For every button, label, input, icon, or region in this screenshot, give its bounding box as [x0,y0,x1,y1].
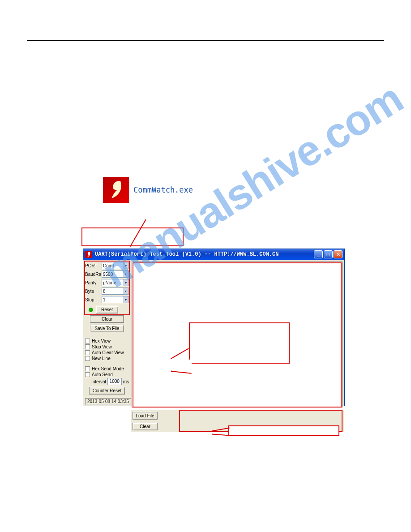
byte-value: 8 [103,289,106,294]
header-divider [27,40,384,41]
main-area: Load File Clear [131,260,344,397]
window-icon [85,251,92,258]
settings-sidebar: PORT Com1 ▾ BaudRa 9600 ▾ Parity pNone ▾ [83,260,131,397]
status-led-icon [89,308,93,312]
new-line-label: New Line [92,356,111,361]
callout-return-box [189,322,290,364]
window-title: UART(SerialPort) Test Tool (V1.0) -- HTT… [95,251,311,257]
dropdown-arrow-icon: ▾ [123,296,128,303]
app-icon-block: CommWatch.exe [103,177,193,203]
port-select[interactable]: Com1 ▾ [102,262,129,269]
close-button[interactable]: ✕ [334,250,342,258]
new-line-checkbox[interactable] [85,356,90,361]
interval-input[interactable]: 1000 [107,378,122,385]
window-titlebar[interactable]: UART(SerialPort) Test Tool (V1.0) -- HTT… [83,249,344,260]
save-to-file-button[interactable]: Save To File [90,325,124,332]
hex-send-checkbox[interactable] [85,366,90,371]
hex-view-checkbox[interactable] [85,339,90,343]
parity-value: pNone [103,280,116,285]
baud-value: 9600 [103,272,113,277]
load-file-button[interactable]: Load File [133,412,158,420]
dropdown-arrow-icon: ▾ [123,262,128,269]
callout-command-box [228,425,339,436]
interval-label: Interval [91,379,106,384]
auto-clear-label: Auto Clear View [92,350,124,355]
baud-label: BaudRa [85,272,100,277]
clear-button[interactable]: Clear [90,315,124,323]
reset-button[interactable]: Reset [96,306,118,313]
minimize-button[interactable]: _ [314,250,323,258]
auto-clear-checkbox[interactable] [85,350,90,355]
uart-test-window: UART(SerialPort) Test Tool (V1.0) -- HTT… [83,249,345,406]
hex-view-label: Hex View [92,339,111,343]
auto-send-checkbox[interactable] [85,372,90,377]
port-value: Com1 [103,263,115,268]
stop-view-label: Stop View [92,344,112,349]
hex-send-label: Hex Send Mode [92,366,124,371]
parity-label: Parity [85,280,100,285]
callout-command-tail [212,434,230,436]
app-icon-label: CommWatch.exe [133,185,193,194]
dropdown-arrow-icon: ▾ [123,288,128,294]
stop-select[interactable]: 1 ▾ [102,296,129,303]
stop-value: 1 [103,297,106,302]
status-timestamp: 2013-05-08 14:03:35 [85,398,131,405]
parity-select[interactable]: pNone ▾ [102,279,129,286]
baud-select[interactable]: 9600 ▾ [102,270,129,278]
auto-send-label: Auto Send [92,372,113,377]
counter-reset-button[interactable]: Counter Reset [89,387,125,395]
dropdown-arrow-icon: ▾ [123,279,128,286]
byte-select[interactable]: 8 ▾ [102,287,129,295]
maximize-button[interactable]: □ [324,250,333,258]
commwatch-icon [103,177,129,203]
interval-unit: ms [123,379,129,384]
port-label: PORT [85,263,100,268]
byte-label: Byte [85,289,100,294]
dropdown-arrow-icon: ▾ [123,271,128,277]
clear-send-button[interactable]: Clear [133,423,158,430]
stop-label: Stop [85,297,100,302]
stop-view-checkbox[interactable] [85,344,90,349]
